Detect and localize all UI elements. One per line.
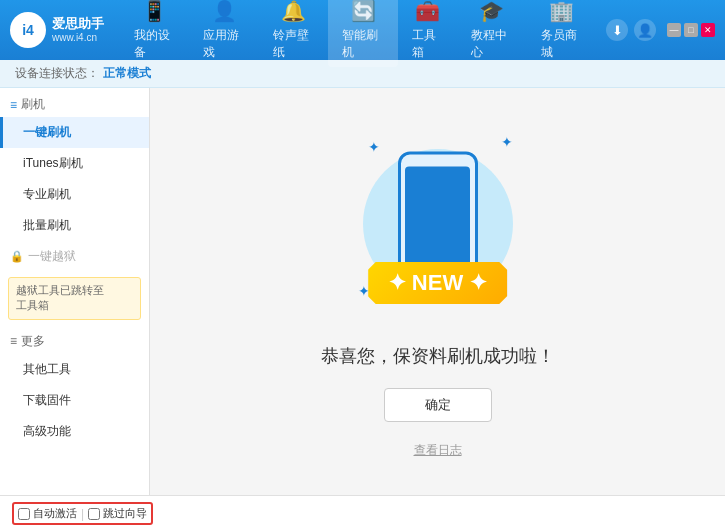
auto-activate-label: 自动激活: [33, 506, 77, 521]
maximize-button[interactable]: □: [684, 23, 698, 37]
status-value: 正常模式: [103, 65, 151, 82]
my-device-icon: 📱: [142, 0, 167, 23]
service-icon: 🏢: [549, 0, 574, 23]
view-log-button[interactable]: 查看日志: [414, 442, 462, 459]
lock-icon: 🔒: [10, 250, 24, 263]
sidebar-item-download-firmware[interactable]: 下载固件: [0, 385, 149, 416]
sidebar-item-other-tools[interactable]: 其他工具: [0, 354, 149, 385]
nav-service[interactable]: 🏢 务员商城: [527, 0, 596, 67]
flash-section-icon: ≡: [10, 98, 17, 112]
top-bar: i4 爱思助手 www.i4.cn 📱 我的设备 👤 应用游戏 🔔 铃声壁纸 🔄…: [0, 0, 725, 60]
tutorial-icon: 🎓: [479, 0, 504, 23]
time-guide-checkbox[interactable]: [88, 508, 100, 520]
nav-smart-flash[interactable]: 🔄 智能刷机: [328, 0, 397, 67]
new-banner-star-left: ✦: [388, 270, 406, 295]
auto-activate-section: 自动激活 | 跳过向导 📱 iPhone 15 Pro Max 512GB iP…: [12, 502, 153, 527]
sparkle-icon-3: ✦: [358, 283, 370, 299]
success-title: 恭喜您，保资料刷机成功啦！: [321, 344, 555, 368]
nav-items: 📱 我的设备 👤 应用游戏 🔔 铃声壁纸 🔄 智能刷机 🧰 工具箱 🎓 教程中心…: [120, 0, 596, 67]
brand-name: 爱思助手: [52, 16, 104, 32]
content-area: ✦ ✦ ✦ ✦ NEW ✦ 恭喜您，保资料刷机成功啦！ 确定 查看日志: [150, 88, 725, 495]
smart-flash-icon: 🔄: [351, 0, 376, 23]
top-right-actions: ⬇ 👤 — □ ✕: [606, 19, 715, 41]
brand-url: www.i4.cn: [52, 32, 104, 44]
main-layout: ≡ 刷机 一键刷机 iTunes刷机 专业刷机 批量刷机 🔒 一键越狱 越狱工具…: [0, 88, 725, 495]
nav-ringtone[interactable]: 🔔 铃声壁纸: [259, 0, 328, 67]
jailbreak-notice: 越狱工具已跳转至工具箱: [8, 277, 141, 320]
flash-section-label: 刷机: [21, 96, 45, 113]
sidebar-item-one-click-flash[interactable]: 一键刷机: [0, 117, 149, 148]
time-guide-cb-item: 跳过向导: [88, 506, 147, 521]
sidebar-disabled-jailbreak: 🔒 一键越狱: [0, 241, 149, 272]
sparkle-icon-1: ✦: [368, 139, 380, 155]
more-section-header: ≡ 更多: [0, 325, 149, 354]
status-prefix: 设备连接状态：: [15, 65, 99, 82]
window-controls: — □ ✕: [667, 23, 715, 37]
sidebar-item-itunes-flash[interactable]: iTunes刷机: [0, 148, 149, 179]
phone-screen: [405, 167, 470, 267]
sparkle-icon-2: ✦: [501, 134, 513, 150]
sidebar-item-advanced[interactable]: 高级功能: [0, 416, 149, 447]
new-banner-star-right: ✦: [469, 270, 487, 295]
time-guide-label: 跳过向导: [103, 506, 147, 521]
auto-activate-checkbox[interactable]: [18, 508, 30, 520]
nav-apps-games[interactable]: 👤 应用游戏: [189, 0, 258, 67]
checkbox-row: 自动激活 | 跳过向导: [12, 502, 153, 525]
flash-section-header: ≡ 刷机: [0, 88, 149, 117]
nav-tutorial[interactable]: 🎓 教程中心: [457, 0, 526, 67]
device-bar: 自动激活 | 跳过向导 📱 iPhone 15 Pro Max 512GB iP…: [0, 495, 725, 527]
new-banner: ✦ NEW ✦: [368, 262, 508, 304]
toolbox-icon: 🧰: [415, 0, 440, 23]
sidebar-item-pro-flash[interactable]: 专业刷机: [0, 179, 149, 210]
nav-toolbox[interactable]: 🧰 工具箱: [398, 0, 457, 67]
user-icon[interactable]: 👤: [634, 19, 656, 41]
more-section-label: 更多: [21, 333, 45, 350]
apps-games-icon: 👤: [212, 0, 237, 23]
logo-icon: i4: [10, 12, 46, 48]
confirm-button[interactable]: 确定: [384, 388, 492, 422]
auto-activate-cb-item: 自动激活: [18, 506, 77, 521]
success-illustration: ✦ ✦ ✦ ✦ NEW ✦: [348, 124, 528, 324]
nav-my-device[interactable]: 📱 我的设备: [120, 0, 189, 67]
sidebar-item-batch-flash[interactable]: 批量刷机: [0, 210, 149, 241]
logo-area: i4 爱思助手 www.i4.cn: [10, 12, 120, 48]
ringtone-icon: 🔔: [281, 0, 306, 23]
sidebar: ≡ 刷机 一键刷机 iTunes刷机 专业刷机 批量刷机 🔒 一键越狱 越狱工具…: [0, 88, 150, 495]
close-button[interactable]: ✕: [701, 23, 715, 37]
more-section-icon: ≡: [10, 334, 17, 348]
download-icon[interactable]: ⬇: [606, 19, 628, 41]
minimize-button[interactable]: —: [667, 23, 681, 37]
